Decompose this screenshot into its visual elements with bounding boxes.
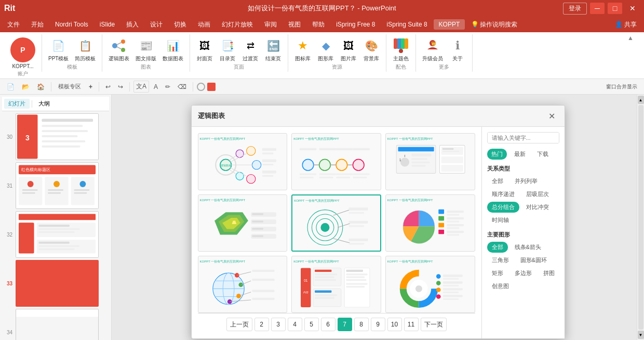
minimize-button[interactable]: ─ bbox=[590, 3, 605, 14]
dialog-close-button[interactable]: ✕ bbox=[546, 110, 558, 122]
shape-tag-rect[interactable]: 矩形 bbox=[487, 268, 508, 279]
slide-thumb-30[interactable]: 3 bbox=[16, 113, 99, 160]
menu-search[interactable]: 💡 操作说明搜索 bbox=[466, 19, 522, 31]
slide-item-34[interactable]: 34 bbox=[2, 309, 109, 340]
catalog-page-button[interactable]: 📑 目录页 bbox=[217, 36, 238, 63]
page-8-button[interactable]: 8 bbox=[354, 318, 369, 331]
logic-chart-button[interactable]: 逻辑图表 bbox=[106, 36, 131, 63]
template-card-1[interactable]: KOPPT 一份有气质的互联网PPT 逻辑图表 bbox=[198, 133, 288, 190]
text-layout-button[interactable]: 📰 图文排版 bbox=[133, 36, 158, 63]
toolbar-text[interactable]: A bbox=[151, 82, 160, 92]
menu-view[interactable]: 视图 bbox=[283, 19, 306, 31]
toolbar-pen[interactable]: ✏ bbox=[163, 82, 173, 92]
page-7-button[interactable]: 7 bbox=[338, 318, 352, 331]
slide-item-31[interactable]: 31 红色横向标题区 bbox=[2, 162, 109, 209]
menu-transition[interactable]: 切换 bbox=[169, 19, 192, 31]
data-chart-button[interactable]: 📊 数据图表 bbox=[160, 36, 185, 63]
next-page-button[interactable]: 下一页 bbox=[421, 318, 447, 331]
slide-item-30[interactable]: 30 3 bbox=[2, 113, 109, 160]
page-6-button[interactable]: 6 bbox=[321, 318, 336, 331]
template-card-9[interactable]: KOPPT 一份有气质的互联网PPT bbox=[385, 256, 475, 313]
filter-tab-download[interactable]: 下载 bbox=[533, 149, 553, 160]
menu-ispring8[interactable]: iSpring Free 8 bbox=[331, 19, 380, 30]
login-button[interactable]: 登录 bbox=[563, 3, 587, 15]
menu-share[interactable]: 👤 共享 bbox=[610, 19, 642, 31]
shape-tag-all[interactable]: 全部 bbox=[487, 242, 508, 253]
page-2-button[interactable]: 2 bbox=[254, 318, 269, 331]
toolbar-home[interactable]: 🏠 bbox=[34, 82, 47, 92]
menu-slideshow[interactable]: 幻灯片放映 bbox=[217, 19, 258, 31]
toolbar-add[interactable]: + bbox=[86, 82, 95, 92]
page-5-button[interactable]: 5 bbox=[304, 318, 319, 331]
relation-tag-timeline[interactable]: 时间轴 bbox=[487, 215, 514, 226]
slide-thumb-31[interactable]: 红色横向标题区 bbox=[16, 162, 99, 209]
search-input[interactable] bbox=[488, 133, 559, 143]
menu-review[interactable]: 审阅 bbox=[259, 19, 282, 31]
maximize-button[interactable]: □ bbox=[608, 3, 622, 14]
prev-page-button[interactable]: 上一页 bbox=[226, 318, 252, 331]
page-10-button[interactable]: 10 bbox=[387, 318, 402, 331]
slides-tab[interactable]: 幻灯片 bbox=[4, 99, 30, 109]
resume-template-button[interactable]: 📋 简历模板 bbox=[73, 36, 98, 63]
filter-tab-new[interactable]: 最新 bbox=[510, 149, 530, 160]
menu-file[interactable]: 文件 bbox=[2, 19, 25, 31]
icon-lib-button[interactable]: ★ 图标库 bbox=[292, 36, 313, 63]
toolbar-circle[interactable] bbox=[197, 83, 205, 91]
toolbar-eraser[interactable]: ⌫ bbox=[175, 82, 189, 92]
cover-page-button[interactable]: 🖼 封面页 bbox=[194, 36, 215, 63]
menu-nordri[interactable]: Nordri Tools bbox=[50, 19, 93, 30]
koppt-button[interactable]: P KOPPT... bbox=[8, 36, 37, 70]
slide-thumb-34[interactable] bbox=[16, 309, 99, 340]
filter-tab-hot[interactable]: 热门 bbox=[487, 149, 507, 160]
template-card-7[interactable]: KOPPT 一份有气质的互联网PPT bbox=[198, 256, 288, 313]
shape-tag-line[interactable]: 线条&箭头 bbox=[510, 242, 546, 253]
close-window-button[interactable]: ✕ bbox=[625, 3, 640, 14]
outline-tab[interactable]: 大纲 bbox=[34, 99, 54, 109]
slide-thumb-33[interactable] bbox=[16, 260, 99, 307]
toolbar-open[interactable]: 📂 bbox=[19, 82, 32, 92]
image-lib-button[interactable]: 🖼 图片库 bbox=[338, 36, 359, 63]
template-card-8[interactable]: KOPPT 一份有气质的互联网PPT 01 内容 bbox=[291, 256, 381, 313]
end-page-button[interactable]: 🔚 结束页 bbox=[263, 36, 284, 63]
relation-tag-sequential[interactable]: 顺序递进 bbox=[487, 189, 519, 200]
shape-tag-triangle[interactable]: 三角形 bbox=[487, 255, 514, 266]
toolbar-redo[interactable]: ↪ bbox=[115, 82, 126, 92]
relation-tag-contrast[interactable]: 对比冲突 bbox=[521, 202, 554, 213]
menu-help[interactable]: 帮助 bbox=[307, 19, 330, 31]
toolbar-undo[interactable]: ↩ bbox=[103, 82, 113, 92]
shape-lib-button[interactable]: ◆ 图形库 bbox=[315, 36, 336, 63]
relation-tag-parallel[interactable]: 并列列举 bbox=[510, 176, 542, 187]
template-card-6[interactable]: KOPPT 一份有气质的互联网PPT bbox=[385, 194, 475, 252]
bg-lib-button[interactable]: 🎨 背景库 bbox=[361, 36, 382, 63]
menu-ispringsuite[interactable]: iSpring Suite 8 bbox=[382, 19, 433, 30]
page-3-button[interactable]: 3 bbox=[271, 318, 286, 331]
template-card-2[interactable]: KOPPT 一份有气质的互联网PPT bbox=[291, 133, 381, 190]
menu-home[interactable]: 开始 bbox=[26, 19, 49, 31]
ppt-template-button[interactable]: 📄 PPT模板 bbox=[46, 36, 71, 63]
vertical-scrollbar[interactable]: ▲ ▼ bbox=[637, 95, 644, 340]
theme-color-button[interactable]: 主题色 bbox=[391, 36, 411, 63]
shape-tag-circle[interactable]: 圆形&圆环 bbox=[516, 255, 552, 266]
page-4-button[interactable]: 4 bbox=[288, 318, 302, 331]
collapse-ribbon-icon[interactable]: ▲ bbox=[627, 34, 634, 42]
page-9-button[interactable]: 9 bbox=[371, 318, 385, 331]
shape-tag-creative[interactable]: 创意图 bbox=[487, 281, 514, 292]
template-area-tab[interactable]: 模板专区 bbox=[55, 83, 84, 90]
menu-koppt[interactable]: KOPPT bbox=[434, 19, 465, 30]
toolbar-red-square[interactable] bbox=[207, 83, 216, 91]
menu-insert[interactable]: 插入 bbox=[121, 19, 144, 31]
menu-islide[interactable]: iSlide bbox=[95, 19, 120, 30]
relation-tag-hierarchy[interactable]: 层吸层次 bbox=[521, 189, 554, 200]
template-card-4[interactable]: KOPPT 一份有气质的互联网PPT bbox=[198, 194, 288, 252]
toolbar-new[interactable]: 📄 bbox=[4, 82, 17, 92]
menu-design[interactable]: 设计 bbox=[145, 19, 168, 31]
toolbar-font[interactable]: 文A bbox=[133, 81, 149, 93]
relation-tag-all[interactable]: 全部 bbox=[487, 176, 508, 187]
slide-item-33[interactable]: 33 bbox=[2, 260, 109, 307]
page-11-button[interactable]: 11 bbox=[404, 318, 419, 331]
shape-tag-polygon[interactable]: 多边形 bbox=[510, 268, 536, 279]
vip-button[interactable]: 👑 升级会员 bbox=[420, 36, 445, 63]
template-card-3[interactable]: KOPPT 一份有气质的互联网PPT bbox=[385, 133, 475, 190]
menu-animation[interactable]: 动画 bbox=[193, 19, 216, 31]
about-button[interactable]: ℹ 关于 bbox=[447, 36, 468, 63]
